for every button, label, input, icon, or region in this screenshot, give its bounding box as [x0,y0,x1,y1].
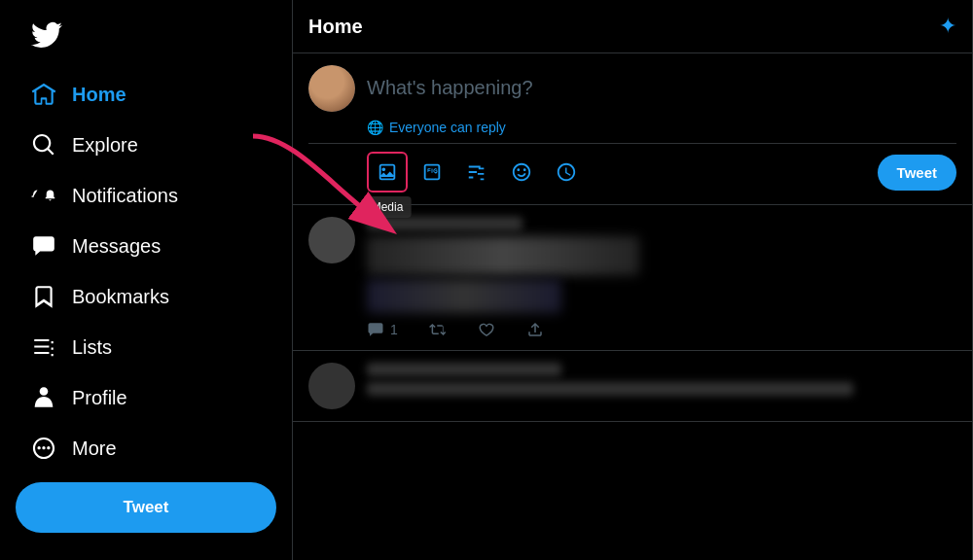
profile-icon [31,385,56,410]
sidebar-item-more-label: More [72,438,117,460]
poll-button[interactable] [456,152,497,192]
compose-toolbar: Media [308,143,956,192]
like-action[interactable] [478,321,495,338]
reply-setting-label: Everyone can reply [389,120,506,135]
tweet-feed: 1 [293,205,972,560]
bookmarks-icon [31,284,56,309]
sidebar-item-messages-label: Messages [72,235,161,258]
twitter-bird-icon [31,19,62,51]
home-icon [31,82,56,107]
tweet-item [293,351,972,422]
like-icon [478,321,495,338]
toolbar-icons-group: Media [367,152,587,192]
tweet-content [367,363,956,409]
tweet-image-2 [367,279,561,313]
tweet-submit-button[interactable]: Tweet [878,155,956,191]
gif-icon [421,161,443,183]
tweet-avatar [308,217,355,263]
compose-area: What's happening? 🌐 Everyone can reply M… [293,53,972,205]
sidebar-item-home[interactable]: Home [16,70,276,119]
sidebar-item-profile[interactable]: Profile [16,373,276,422]
sidebar-item-profile-label: Profile [72,387,127,409]
lists-icon [31,334,56,360]
user-avatar [308,65,355,112]
schedule-icon [556,161,577,183]
emoji-button[interactable] [501,152,542,192]
sidebar-item-bookmarks-label: Bookmarks [72,286,169,308]
notifications-icon [31,183,56,208]
retweet-action[interactable] [429,321,447,338]
sidebar-item-notifications-label: Notifications [72,185,178,207]
sidebar-item-messages[interactable]: Messages [16,222,276,270]
comment-action[interactable]: 1 [367,321,398,338]
reply-setting[interactable]: 🌐 Everyone can reply [367,120,956,135]
page-title: Home [308,16,363,38]
share-action[interactable] [526,321,544,338]
compose-top-row: What's happening? [308,65,956,112]
tweet-user-name [367,217,523,230]
twitter-logo[interactable] [16,8,276,66]
comment-count: 1 [390,322,398,337]
tweet-item: 1 [293,205,972,351]
share-icon [526,321,544,338]
main-header: Home ✦ [293,0,972,53]
sidebar: Home Explore Notifications Messages Book… [0,0,292,560]
sidebar-item-explore-label: Explore [72,134,138,157]
tweet-image-1 [367,236,639,275]
more-icon [31,436,56,461]
sidebar-item-lists[interactable]: Lists [16,323,276,371]
compose-placeholder[interactable]: What's happening? [367,65,956,99]
poll-icon [466,161,487,183]
sidebar-item-bookmarks[interactable]: Bookmarks [16,272,276,321]
main-content: Home ✦ What's happening? 🌐 Everyone can … [292,0,973,560]
explore-icon [31,132,56,158]
media-button[interactable]: Media [367,152,408,192]
sidebar-tweet-button[interactable]: Tweet [16,482,276,533]
sidebar-item-notifications[interactable]: Notifications [16,171,276,220]
avatar-image [308,65,355,112]
retweet-icon [429,321,447,338]
sidebar-item-lists-label: Lists [72,336,112,359]
sidebar-item-home-label: Home [72,84,126,106]
tweet-actions: 1 [367,321,956,338]
schedule-button[interactable] [546,152,587,192]
comment-icon [367,321,384,338]
tweet-user-name [367,363,561,376]
media-icon [377,161,398,183]
media-tooltip: Media [364,196,412,218]
gif-button[interactable] [412,152,452,192]
globe-icon: 🌐 [367,120,383,135]
tweet-avatar [308,363,355,409]
tweet-text [367,382,853,396]
sidebar-item-explore[interactable]: Explore [16,121,276,169]
sidebar-item-more[interactable]: More [16,424,276,472]
messages-icon [31,233,56,259]
tweet-content: 1 [367,217,956,338]
sparkle-icon[interactable]: ✦ [939,14,956,39]
main-panel: Home ✦ What's happening? 🌐 Everyone can … [292,0,973,560]
emoji-icon [511,161,532,183]
